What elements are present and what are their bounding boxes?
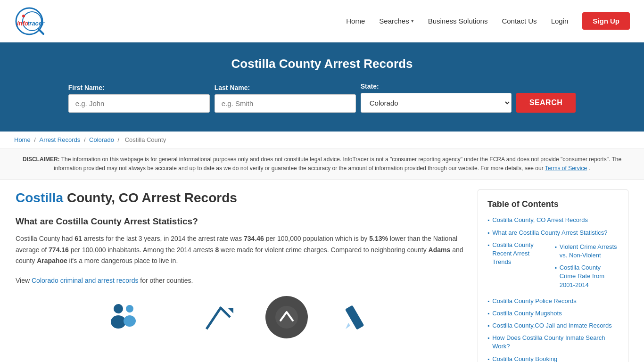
hero-title: Costilla County Arrest Records (9, 57, 635, 71)
body-text1: Costilla County had (16, 235, 74, 242)
disclaimer-bar: DISCLAIMER: The information on this webp… (0, 148, 644, 180)
breadcrumb-costilla: Costilla County (125, 136, 166, 143)
section1-title: What are Costilla County Arrest Statisti… (16, 216, 463, 227)
svg-text:info: info (17, 20, 28, 27)
svg-point-11 (275, 306, 298, 329)
login-button[interactable]: Login (551, 17, 569, 25)
toc-item: Costilla County,CO Jail and Inmate Recor… (487, 321, 619, 330)
toc-item: Costilla County Recent Arrest TrendsViol… (487, 241, 619, 293)
breadcrumb-sep1: / (34, 136, 37, 143)
breadcrumb-arrest-records[interactable]: Arrest Records (40, 136, 81, 143)
toc-link[interactable]: Costilla County,CO Jail and Inmate Recor… (492, 321, 611, 330)
svg-point-9 (124, 315, 136, 327)
body-nat: 774.16 (49, 246, 69, 254)
breadcrumb-home[interactable]: Home (14, 136, 31, 143)
search-form: First Name: Last Name: State: Colorado A… (63, 82, 581, 113)
content-left: Costilla County, CO Arrest Records What … (16, 189, 478, 362)
people-icon (105, 298, 143, 336)
svg-line-2 (39, 29, 43, 34)
main-content: Costilla County, CO Arrest Records What … (6, 180, 638, 362)
firstname-label: First Name: (68, 84, 105, 91)
toc-item: How Does Costilla County Inmate Search W… (487, 334, 619, 351)
breadcrumb-colorado[interactable]: Colorado (89, 136, 114, 143)
toc-link[interactable]: Costilla County Recent Arrest Trends (492, 241, 544, 267)
body-rate: 734.46 (244, 235, 264, 242)
firstname-input[interactable] (68, 94, 210, 113)
toc-link[interactable]: Costilla County, CO Arrest Records (492, 216, 588, 224)
svg-text:tracer: tracer (27, 20, 45, 27)
header: info tracer Home Searches ▾ Business Sol… (0, 0, 644, 42)
lastname-group: Last Name: (215, 84, 356, 113)
state-group: State: Colorado Alabama Alaska Arizona A… (361, 82, 512, 113)
icon-pencil (308, 296, 402, 338)
table-of-contents: Table of Contents Costilla County, CO Ar… (478, 189, 628, 362)
body-text3: per 100,000 population which is by (264, 235, 369, 242)
svg-marker-10 (228, 308, 233, 313)
toc-link[interactable]: Costilla County Mugshots (492, 309, 561, 318)
title-highlight: Costilla (16, 190, 63, 205)
scroll-up-icon (275, 305, 298, 329)
logo[interactable]: info tracer (14, 5, 50, 38)
arrow-icon (199, 298, 237, 336)
toc-item: Costilla County Booking (487, 355, 619, 362)
disclaimer-text: The information on this webpage is for g… (54, 156, 621, 172)
firstname-group: First Name: (68, 84, 210, 113)
body-pct: 5.13% (369, 235, 388, 242)
toc-link[interactable]: How Does Costilla County Inmate Search W… (492, 334, 619, 351)
toc-link[interactable]: Costilla County Police Records (492, 297, 576, 305)
state-label: State: (361, 82, 379, 90)
disclaimer-label: DISCLAIMER: (23, 156, 60, 163)
svg-point-8 (126, 305, 133, 313)
logo-icon: info tracer (14, 5, 47, 38)
article-body-p1: Costilla County had 61 arrests for the l… (16, 233, 463, 267)
search-button[interactable]: SEARCH (516, 93, 576, 113)
svg-point-3 (22, 15, 25, 17)
county-link-pre: View (16, 277, 32, 284)
toc-item: What are Costilla County Arrest Statisti… (487, 229, 619, 237)
toc-item: Violent Crime Arrests vs. Non-Violent (554, 243, 619, 260)
nav-searches[interactable]: Searches ▾ (379, 17, 413, 25)
body-61: 61 (74, 235, 82, 242)
breadcrumb: Home / Arrest Records / Colorado / Costi… (0, 132, 644, 148)
county-link[interactable]: Colorado criminal and arrest records (32, 277, 138, 284)
county-link-para: View Colorado criminal and arrest record… (16, 275, 463, 287)
nav-contact[interactable]: Contact Us (502, 17, 537, 25)
article-title: Costilla County, CO Arrest Records (16, 189, 463, 206)
toc-link[interactable]: What are Costilla County Arrest Statisti… (492, 229, 607, 237)
toc-link[interactable]: Violent Crime Arrests vs. Non-Violent (560, 243, 619, 260)
toc-link[interactable]: Costilla County Booking (492, 355, 557, 362)
svg-point-6 (114, 304, 123, 313)
lastname-label: Last Name: (215, 84, 250, 91)
toc-link[interactable]: Costilla County Crime Rate from 2001-201… (560, 263, 619, 289)
icon-up-arrow (265, 296, 308, 338)
tos-link[interactable]: Terms of Service (545, 165, 587, 172)
toc-sub-list: Violent Crime Arrests vs. Non-ViolentCos… (554, 243, 619, 293)
hero-section: Costilla County Arrest Records First Nam… (0, 42, 644, 132)
nav-home[interactable]: Home (346, 17, 365, 25)
toc-list: Costilla County, CO Arrest RecordsWhat a… (487, 216, 619, 362)
breadcrumb-sep2: / (84, 136, 87, 143)
signup-button[interactable]: Sign Up (582, 12, 630, 30)
toc-item: Costilla County Police Records (487, 297, 619, 305)
lastname-input[interactable] (215, 94, 356, 113)
body-adams: Adams (429, 246, 451, 254)
toc-item: Costilla County Crime Rate from 2001-201… (554, 263, 619, 289)
body-text5: per 100,000 inhabitants. Among the 2014 … (69, 246, 215, 254)
pencil-icon (336, 298, 374, 336)
body-text6: were made for violent crime charges. Com… (219, 246, 428, 254)
chevron-down-icon: ▾ (411, 18, 414, 24)
toc-item: Costilla County Mugshots (487, 309, 619, 318)
nav-business[interactable]: Business Solutions (428, 17, 488, 25)
icon-arrow (171, 296, 265, 338)
breadcrumb-sep3: / (118, 136, 121, 143)
toc-item: Costilla County, CO Arrest Records (487, 216, 619, 224)
state-select[interactable]: Colorado Alabama Alaska Arizona Arkansas… (361, 93, 512, 113)
disclaimer-end: . (589, 165, 590, 172)
icon-people (77, 296, 171, 338)
body-text8: it's a more dangerous place to live in. (67, 257, 178, 264)
toc-title: Table of Contents (487, 199, 619, 209)
svg-marker-13 (346, 323, 350, 329)
body-arapahoe: Arapahoe (37, 257, 67, 264)
body-text2: arrests for the last 3 years, in 2014 th… (82, 235, 244, 242)
title-rest: County, CO Arrest Records (63, 190, 237, 205)
